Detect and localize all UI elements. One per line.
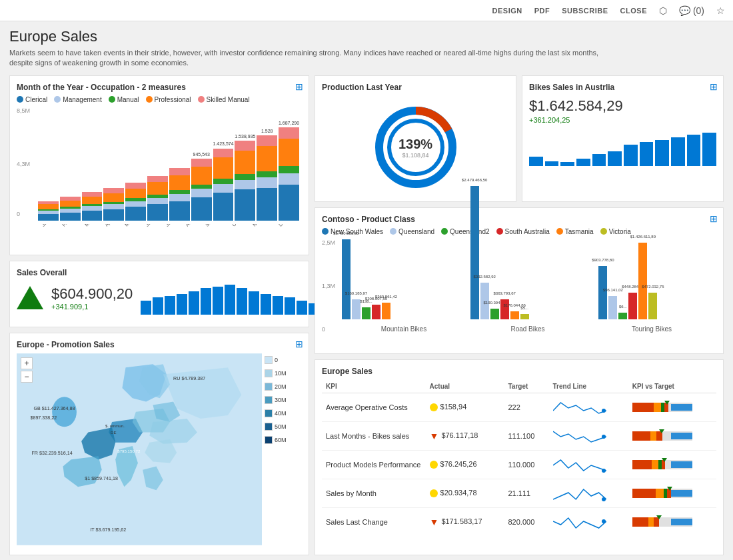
kpi-table: KPI Actual Target Trend Line KPI vs Targ… [322,380,716,536]
svg-point-17 [602,497,606,501]
page-description: Markets seem to have taken events in the… [9,48,609,69]
zoom-out-button[interactable]: − [21,371,33,383]
col-actual: Actual [426,380,504,393]
map-legend: 0 10M 20M 30M 40M 50M 60M [262,353,302,545]
table-row: Product Models Performance$76.245,26110.… [322,450,716,479]
month-chart-title: Month of the Year - Occupation - 2 measu… [17,83,302,92]
production-pct: 139% [398,137,432,152]
col-kvt: KPI vs Target [628,380,716,393]
month-chart-icon[interactable]: ⊞ [295,81,303,92]
promo-map-icon[interactable]: ⊞ [295,339,303,349]
svg-text:$795.150,72: $795.150,72 [117,449,141,453]
page-title: Europe Sales [9,28,724,45]
col-trend: Trend Line [549,380,628,393]
sales-overall-card: Sales Overall $604.900,20 +341.909,1 [9,261,309,327]
svg-text:GB $11.427.364,88: GB $11.427.364,88 [34,405,75,411]
production-card: Production Last Year [315,75,516,202]
svg-point-18 [602,519,606,523]
col-target: Target [504,380,548,393]
pdf-button[interactable]: PDF [534,7,550,15]
sales-amount: $604.900,20 [51,285,133,303]
table-row: Last Months - Bikes sales▼$76.117,18111.… [322,421,716,450]
sales-overall-title: Sales Overall [17,268,302,277]
top-bar: DESIGN PDF SUBSCRIBE CLOSE ⬡ 💬 (0) ☆ [0,0,733,21]
subscribe-button[interactable]: SUBSCRIBE [562,7,608,15]
svg-text:RU $4.789.387: RU $4.789.387 [173,376,205,381]
month-chart-card: Month of the Year - Occupation - 2 measu… [9,75,309,255]
zoom-in-button[interactable]: + [21,357,33,369]
production-sub: $1.108,84 [398,152,432,159]
promo-map-title: Europe - Promotion Sales [17,340,302,349]
promo-map-card: Europe - Promotion Sales ⊞ + − [9,333,309,555]
production-title: Production Last Year [322,83,509,92]
kpi-table-title: Europe Sales [322,367,716,376]
bookmark-icon[interactable]: ☆ [716,5,725,16]
table-row: Average Operative Costs$158,94222 [322,393,716,421]
svg-text:FR $32.239.516,14: FR $32.239.516,14 [31,451,72,456]
sales-up-arrow [17,286,43,309]
table-row: Sales by Month$20.934,7821.111 [322,479,716,507]
europe-map-svg: RU $4.789.387 GB $11.427.364,88 $897.338… [17,353,262,545]
layers-icon[interactable]: ⬡ [659,5,667,16]
bikes-sales-title: Bikes Sales in Austrlia [529,83,716,92]
col-kpi: KPI [322,380,426,393]
bikes-sales-icon[interactable]: ⊞ [710,81,718,92]
svg-text:$1 $859.741,18: $1 $859.741,18 [85,476,118,481]
sales-change: +341.909,1 [51,303,133,311]
contoso-icon[interactable]: ⊞ [710,213,718,224]
kpi-table-card: Europe Sales KPI Actual Target Trend Lin… [315,359,724,555]
svg-text:$897.338,22: $897.338,22 [30,415,57,421]
contoso-chart-card: Contoso - Product Class ⊞ New South Wale… [315,207,724,354]
bikes-change: +361.204,25 [529,116,716,124]
close-button[interactable]: CLOSE [620,7,647,15]
svg-text:$..ommun..: $..ommun.. [105,423,126,428]
main-content: Europe Sales Markets seem to have taken … [0,21,733,560]
svg-point-16 [602,469,606,473]
bikes-amount: $1.642.584,29 [529,97,716,115]
svg-point-15 [602,435,606,439]
month-chart-legend: Clerical Management Manual Professional … [17,96,302,103]
svg-text:IT $3.679.195,62: IT $3.679.195,62 [90,527,126,532]
svg-point-1 [52,397,77,427]
svg-text:DE: DE [111,430,117,435]
design-button[interactable]: DESIGN [492,7,522,15]
svg-point-14 [602,409,606,413]
table-row: Sales Last Change▼$171.583,17820.000 [322,507,716,536]
comments-icon[interactable]: 💬 (0) [679,5,704,16]
bikes-sales-card: Bikes Sales in Austrlia ⊞ $1.642.584,29 … [522,75,724,202]
